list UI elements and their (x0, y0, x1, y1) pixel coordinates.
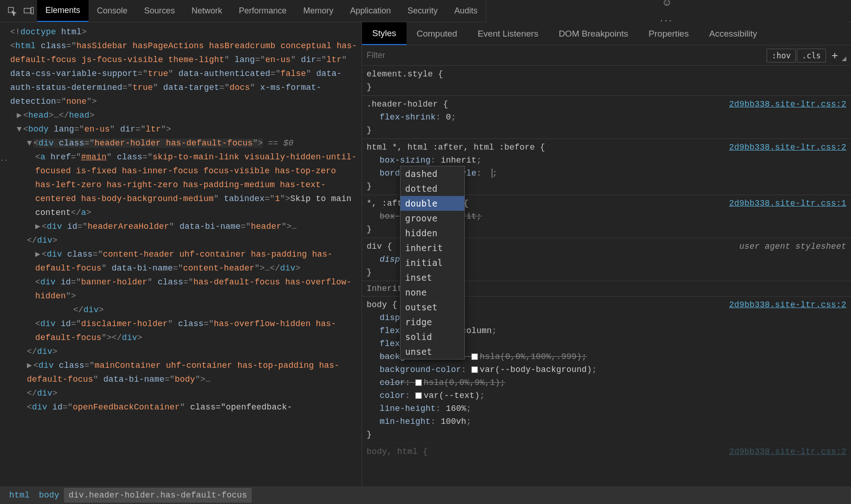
feedback-icon[interactable]: ☺ (661, 0, 672, 8)
tab-audits[interactable]: Audits (446, 0, 486, 22)
tab-elements[interactable]: Elements (37, 0, 89, 22)
stylesheet-link[interactable]: 2d9bb338.site-ltr.css:2 (729, 298, 846, 311)
resize-corner-icon[interactable] (842, 57, 846, 61)
subtab-styles[interactable]: Styles (362, 22, 406, 45)
autocomplete-item[interactable]: inherit (400, 240, 464, 255)
ellipsis-gutter: ·· (0, 157, 8, 164)
breadcrumb-item[interactable]: body (34, 488, 64, 503)
inspect-element-icon[interactable] (4, 3, 20, 19)
autocomplete-item[interactable]: unset (400, 344, 464, 359)
tab-application[interactable]: Application (342, 0, 399, 22)
svg-rect-1 (24, 8, 31, 13)
sidebar-tabs: StylesComputedEvent ListenersDOM Breakpo… (362, 22, 851, 45)
autocomplete-item[interactable]: groove (400, 211, 464, 226)
autocomplete-item[interactable]: double (400, 196, 464, 211)
autocomplete-item[interactable]: outset (400, 300, 464, 315)
autocomplete-item[interactable]: dashed (400, 166, 464, 181)
tab-console[interactable]: Console (89, 0, 136, 22)
breadcrumb-item[interactable]: html (5, 488, 34, 503)
subtab-properties[interactable]: Properties (638, 22, 699, 45)
stylesheet-link[interactable]: 2d9bb338.site-ltr.css:2 (729, 98, 846, 111)
tab-sources[interactable]: Sources (136, 0, 183, 22)
subtab-event-listeners[interactable]: Event Listeners (467, 22, 548, 45)
subtab-computed[interactable]: Computed (406, 22, 468, 45)
svg-rect-2 (31, 7, 33, 14)
css-autocomplete-popup[interactable]: dasheddotteddoublegroovehiddeninheritini… (400, 166, 465, 359)
new-rule-button[interactable]: + (832, 49, 838, 62)
tab-memory[interactable]: Memory (295, 0, 342, 22)
tab-performance[interactable]: Performance (230, 0, 295, 22)
autocomplete-item[interactable]: hidden (400, 226, 464, 240)
styles-filter-input[interactable] (367, 50, 766, 60)
stylesheet-link[interactable]: 2d9bb338.site-ltr.css:2 (729, 141, 846, 154)
elements-dom-tree[interactable]: ·· <!doctype html><html class="hasSideba… (0, 22, 362, 486)
cls-toggle[interactable]: .cls (797, 49, 826, 63)
autocomplete-item[interactable]: none (400, 285, 464, 300)
autocomplete-item[interactable]: inset (400, 270, 464, 285)
tab-network[interactable]: Network (183, 0, 230, 22)
breadcrumb-item[interactable]: div.header-holder.has-default-focus (64, 488, 252, 503)
devtools-toolbar: ElementsConsoleSourcesNetworkPerformance… (0, 0, 851, 22)
styles-filter-bar: :hov .cls + (362, 45, 851, 66)
main-tabs: ElementsConsoleSourcesNetworkPerformance… (37, 0, 486, 22)
device-toolbar-icon[interactable] (20, 3, 37, 19)
subtab-accessibility[interactable]: Accessibility (699, 22, 767, 45)
hover-toggle[interactable]: :hov (767, 49, 796, 63)
autocomplete-item[interactable]: ridge (400, 315, 464, 329)
subtab-dom-breakpoints[interactable]: DOM Breakpoints (548, 22, 638, 45)
autocomplete-item[interactable]: solid (400, 329, 464, 344)
autocomplete-item[interactable]: initial (400, 255, 464, 270)
stylesheet-link[interactable]: 2d9bb338.site-ltr.css:1 (729, 197, 846, 210)
dom-breadcrumb[interactable]: htmlbodydiv.header-holder.has-default-fo… (0, 486, 851, 504)
autocomplete-item[interactable]: dotted (400, 181, 464, 196)
user-agent-label: user agent stylesheet (739, 240, 846, 253)
tab-security[interactable]: Security (399, 0, 446, 22)
